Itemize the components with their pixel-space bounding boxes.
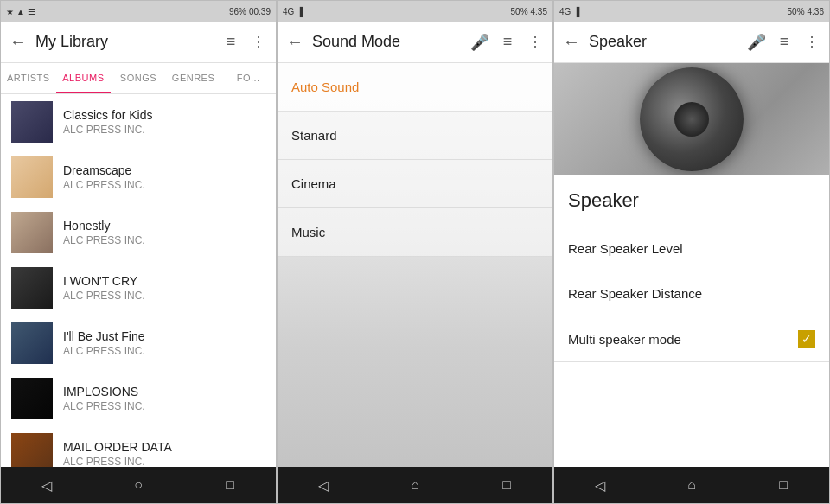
album-list: Classics for Kids ALC PRESS INC. Dreamsc… — [1, 94, 276, 467]
toolbar-3: ← Speaker 🎤 ≡ ⋮ — [554, 22, 829, 63]
menu-icon-1[interactable]: ≡ — [220, 32, 241, 53]
nav-home-3[interactable]: ⌂ — [674, 468, 709, 502]
nav-home-2[interactable]: ⌂ — [398, 468, 432, 502]
mic-icon-2[interactable]: 🎤 — [469, 32, 490, 53]
bottom-nav-3: ◁ ⌂ □ — [554, 467, 829, 503]
status-left-icons: ★ ▲ ☰ — [6, 7, 35, 16]
status-left-3: 4G ▐ — [559, 7, 579, 16]
speaker-settings-list: Rear Speaker Level Rear Speaker Distance… — [554, 226, 829, 467]
status-right-3: 50% 4:36 — [788, 7, 824, 16]
tabs-bar: ARTISTS ALBUMS SONGS GENRES FO... — [1, 63, 276, 94]
album-subtitle: ALC PRESS INC. — [63, 290, 265, 302]
phone-2: 4G ▐ 50% 4:35 ← Sound Mode 🎤 ≡ ⋮ Auto So… — [277, 0, 553, 504]
toolbar-2: ← Sound Mode 🎤 ≡ ⋮ — [278, 22, 552, 63]
album-subtitle: ALC PRESS INC. — [63, 456, 265, 467]
signal-4g-3: 4G — [559, 7, 571, 16]
back-button-3[interactable]: ← — [561, 32, 582, 53]
album-title: I WON'T CRY — [63, 274, 265, 288]
album-subtitle: ALC PRESS INC. — [63, 345, 265, 357]
speaker-setting-item[interactable]: Multi speaker mode ✓ — [554, 316, 829, 362]
phone-3: 4G ▐ 50% 4:36 ← Speaker 🎤 ≡ ⋮ Speaker Re… — [553, 0, 830, 504]
nav-back-3[interactable]: ◁ — [583, 468, 617, 502]
more-icon-3[interactable]: ⋮ — [801, 32, 822, 53]
time-2: 4:35 — [531, 7, 547, 16]
status-right-2: 50% 4:35 — [511, 7, 547, 16]
album-list-item[interactable]: Honestly ALC PRESS INC. — [1, 205, 276, 260]
sound-mode-item[interactable]: Cinema — [278, 160, 552, 208]
tab-artists[interactable]: ARTISTS — [1, 63, 56, 93]
sound-mode-item[interactable]: Auto Sound — [278, 63, 552, 112]
page-title-1: My Library — [35, 33, 214, 51]
nav-home-1[interactable]: ○ — [121, 468, 156, 502]
nav-back-2[interactable]: ◁ — [306, 468, 341, 502]
album-subtitle: ALC PRESS INC. — [63, 124, 265, 136]
speaker-graphic — [640, 67, 744, 171]
album-info: MAIL ORDER DATA ALC PRESS INC. — [63, 440, 265, 467]
bluetooth-icon: ★ — [6, 7, 14, 16]
album-subtitle: ALC PRESS INC. — [63, 400, 265, 412]
album-list-item[interactable]: MAIL ORDER DATA ALC PRESS INC. — [1, 426, 276, 467]
menu-icon-2[interactable]: ≡ — [497, 32, 518, 53]
battery-level: 96% — [229, 7, 246, 16]
phone-1: ★ ▲ ☰ 96% 00:39 ← My Library ≡ ⋮ ARTISTS… — [0, 0, 277, 504]
sound-mode-item[interactable]: Music — [278, 208, 552, 257]
speaker-setting-item[interactable]: Rear Speaker Distance — [554, 271, 829, 316]
nav-recent-3[interactable]: □ — [766, 468, 801, 502]
speaker-section-title: Speaker — [554, 175, 829, 226]
album-title: IMPLOSIONS — [63, 385, 265, 399]
speaker-setting-item[interactable]: Rear Speaker Level — [554, 226, 829, 271]
album-title: MAIL ORDER DATA — [63, 440, 265, 454]
signal-bars-icon: ▐ — [297, 7, 303, 16]
album-art — [11, 378, 53, 419]
tab-songs[interactable]: SONGS — [111, 63, 166, 93]
album-title: Classics for Kids — [63, 108, 265, 122]
album-title: I'll Be Just Fine — [63, 329, 265, 343]
signal-bars-3: ▐ — [573, 7, 579, 16]
page-title-3: Speaker — [589, 33, 739, 51]
nav-back-1[interactable]: ◁ — [29, 468, 64, 502]
battery-3: 50% — [788, 7, 805, 16]
album-list-item[interactable]: IMPLOSIONS ALC PRESS INC. — [1, 371, 276, 426]
wifi-icon: ▲ — [16, 7, 25, 16]
time-3: 4:36 — [808, 7, 824, 16]
sound-list: Auto SoundStanardCinemaMusic — [278, 63, 552, 257]
album-info: IMPLOSIONS ALC PRESS INC. — [63, 385, 265, 412]
status-left-2: 4G ▐ — [283, 7, 303, 16]
speaker-item-label: Rear Speaker Distance — [568, 286, 815, 301]
speaker-item-label: Rear Speaker Level — [568, 241, 815, 256]
mic-icon-3[interactable]: 🎤 — [746, 32, 767, 53]
back-button-1[interactable]: ← — [8, 32, 29, 53]
album-list-item[interactable]: I WON'T CRY ALC PRESS INC. — [1, 260, 276, 316]
album-art — [11, 433, 53, 467]
checkbox-checked[interactable]: ✓ — [798, 330, 815, 348]
signal-icon: ☰ — [28, 7, 35, 16]
speaker-item-label: Multi speaker mode — [568, 332, 798, 347]
album-info: Dreamscape ALC PRESS INC. — [63, 163, 265, 191]
tab-genres[interactable]: GENRES — [166, 63, 221, 93]
album-info: Classics for Kids ALC PRESS INC. — [63, 108, 265, 136]
signal-4g-icon: 4G — [283, 7, 294, 16]
album-info: I'll Be Just Fine ALC PRESS INC. — [63, 329, 265, 357]
album-title: Dreamscape — [63, 163, 265, 177]
album-art — [11, 267, 53, 309]
time-display: 00:39 — [249, 7, 271, 16]
album-list-item[interactable]: Classics for Kids ALC PRESS INC. — [1, 94, 276, 150]
album-subtitle: ALC PRESS INC. — [63, 234, 265, 246]
album-subtitle: ALC PRESS INC. — [63, 179, 265, 191]
album-art — [11, 322, 53, 364]
nav-recent-2[interactable]: □ — [489, 468, 524, 502]
speaker-header-image — [554, 63, 829, 175]
sound-mode-content: Auto SoundStanardCinemaMusic — [278, 63, 552, 467]
more-icon-1[interactable]: ⋮ — [248, 32, 269, 53]
sound-mode-item[interactable]: Stanard — [278, 112, 552, 160]
back-button-2[interactable]: ← — [284, 32, 305, 53]
more-icon-2[interactable]: ⋮ — [525, 32, 546, 53]
tab-fo[interactable]: FO... — [220, 63, 276, 93]
page-title-2: Sound Mode — [312, 33, 463, 51]
toolbar-1: ← My Library ≡ ⋮ — [1, 22, 276, 63]
tab-albums[interactable]: ALBUMS — [56, 63, 112, 93]
album-list-item[interactable]: I'll Be Just Fine ALC PRESS INC. — [1, 316, 276, 371]
menu-icon-3[interactable]: ≡ — [774, 32, 795, 53]
nav-recent-1[interactable]: □ — [213, 468, 247, 502]
album-list-item[interactable]: Dreamscape ALC PRESS INC. — [1, 150, 276, 205]
